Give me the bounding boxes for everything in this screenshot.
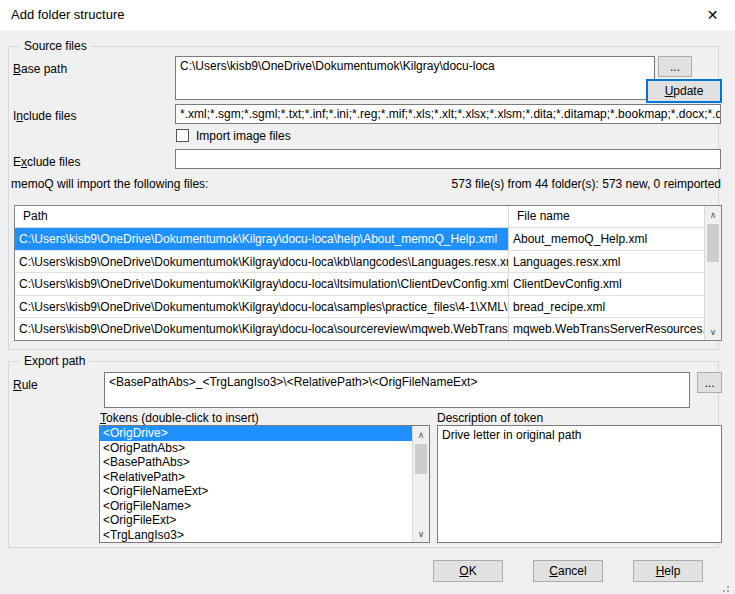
tokens-list-items: <OrigDrive><OrigPathAbs><BasePathAbs><Re… bbox=[100, 426, 412, 542]
resize-grip-icon[interactable] bbox=[727, 586, 729, 588]
export-path-group-label: Export path bbox=[20, 355, 89, 368]
token-list-item[interactable]: <OrigPathAbs> bbox=[100, 441, 412, 456]
token-list-item[interactable]: <OrigFileName> bbox=[100, 499, 412, 514]
token-list-item[interactable]: <OrigFileNameExt> bbox=[100, 484, 412, 499]
token-list-item[interactable]: <TrgLangIso3> bbox=[100, 528, 412, 543]
rule-browse-button[interactable]: ... bbox=[697, 372, 722, 393]
token-description-box: Drive letter in original path bbox=[437, 425, 722, 543]
cell-path[interactable]: C:\Users\kisb9\OneDrive\Dokumentumok\Kil… bbox=[15, 228, 509, 250]
import-image-files-checkbox[interactable] bbox=[176, 129, 189, 142]
scroll-down-icon[interactable]: ∨ bbox=[705, 323, 721, 340]
scrollbar-thumb[interactable] bbox=[415, 444, 427, 474]
base-path-browse-button[interactable]: ... bbox=[658, 56, 692, 77]
column-header-path[interactable]: Path bbox=[15, 206, 509, 227]
tokens-list: <OrigDrive><OrigPathAbs><BasePathAbs><Re… bbox=[99, 425, 430, 543]
help-button[interactable]: Help bbox=[633, 560, 703, 582]
include-files-input[interactable]: *.xml;*.sgm;*.sgml;*.txt;*.inf;*.ini;*.r… bbox=[175, 104, 721, 124]
base-path-input[interactable]: C:\Users\kisb9\OneDrive\Dokumentumok\Kil… bbox=[175, 56, 655, 100]
update-button[interactable]: Update bbox=[646, 79, 722, 103]
cell-file-name[interactable]: mqweb.WebTransServerResources.xml bbox=[509, 318, 704, 340]
cell-path[interactable]: C:\Users\kisb9\OneDrive\Dokumentumok\Kil… bbox=[15, 273, 509, 295]
table-row[interactable]: C:\Users\kisb9\OneDrive\Dokumentumok\Kil… bbox=[15, 228, 704, 251]
scroll-up-icon[interactable]: ∧ bbox=[705, 206, 721, 223]
close-button[interactable]: ✕ bbox=[690, 0, 735, 30]
file-table: Path File name C:\Users\kisb9\OneDrive\D… bbox=[14, 205, 722, 341]
scroll-down-icon[interactable]: ∨ bbox=[413, 525, 429, 542]
column-header-file-name[interactable]: File name bbox=[509, 206, 704, 227]
ok-button[interactable]: OK bbox=[433, 560, 503, 582]
table-row[interactable]: C:\Users\kisb9\OneDrive\Dokumentumok\Kil… bbox=[15, 318, 704, 340]
include-files-label: Include files bbox=[13, 109, 76, 123]
cell-path[interactable]: C:\Users\kisb9\OneDrive\Dokumentumok\Kil… bbox=[15, 251, 509, 273]
exclude-files-label: Exclude files bbox=[13, 155, 80, 169]
cell-path[interactable]: C:\Users\kisb9\OneDrive\Dokumentumok\Kil… bbox=[15, 318, 509, 340]
file-table-scrollbar[interactable]: ∧ ∨ bbox=[704, 206, 721, 340]
title-bar: Add folder structure ✕ bbox=[0, 0, 735, 30]
token-list-item[interactable]: <OrigFileExt> bbox=[100, 513, 412, 528]
rule-input[interactable]: <BasePathAbs>_<TrgLangIso3>\<RelativePat… bbox=[104, 372, 690, 408]
token-list-item[interactable]: <RelativePath> bbox=[100, 470, 412, 485]
tokens-scrollbar[interactable]: ∧ ∨ bbox=[412, 426, 429, 542]
file-table-body: C:\Users\kisb9\OneDrive\Dokumentumok\Kil… bbox=[15, 228, 704, 340]
cell-path[interactable]: C:\Users\kisb9\OneDrive\Dokumentumok\Kil… bbox=[15, 296, 509, 318]
source-files-group-label: Source files bbox=[20, 40, 91, 53]
scrollbar-thumb[interactable] bbox=[707, 224, 719, 262]
import-count-text: 573 file(s) from 44 folder(s): 573 new, … bbox=[452, 177, 721, 191]
exclude-files-input[interactable] bbox=[175, 149, 721, 169]
tokens-label: Tokens (double-click to insert) bbox=[100, 411, 259, 425]
scroll-up-icon[interactable]: ∧ bbox=[413, 426, 429, 443]
token-list-item[interactable]: <OrigDrive> bbox=[100, 426, 412, 441]
cancel-button[interactable]: Cancel bbox=[533, 560, 603, 582]
cell-file-name[interactable]: bread_recipe.xml bbox=[509, 296, 704, 318]
import-image-files-label: Import image files bbox=[196, 129, 291, 143]
window-title: Add folder structure bbox=[11, 7, 124, 22]
cell-file-name[interactable]: About_memoQ_Help.xml bbox=[509, 228, 704, 250]
table-row[interactable]: C:\Users\kisb9\OneDrive\Dokumentumok\Kil… bbox=[15, 251, 704, 274]
file-table-header: Path File name bbox=[15, 206, 704, 228]
token-list-item[interactable]: <BasePathAbs> bbox=[100, 455, 412, 470]
cell-file-name[interactable]: ClientDevConfig.xml bbox=[509, 273, 704, 295]
cell-file-name[interactable]: Languages.resx.xml bbox=[509, 251, 704, 273]
table-row[interactable]: C:\Users\kisb9\OneDrive\Dokumentumok\Kil… bbox=[15, 273, 704, 296]
base-path-label: Base path bbox=[13, 62, 67, 76]
rule-label: Rule bbox=[13, 378, 38, 392]
table-row[interactable]: C:\Users\kisb9\OneDrive\Dokumentumok\Kil… bbox=[15, 296, 704, 319]
description-label: Description of token bbox=[437, 411, 543, 425]
import-summary-text: memoQ will import the following files: bbox=[11, 177, 208, 191]
close-icon: ✕ bbox=[707, 7, 719, 23]
